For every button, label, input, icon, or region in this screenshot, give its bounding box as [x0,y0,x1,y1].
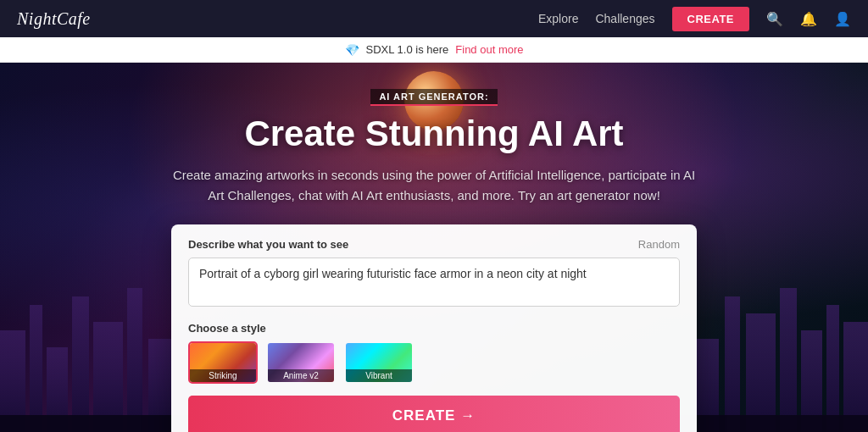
hero-description: Create amazing artworks in seconds using… [171,165,697,206]
site-logo[interactable]: NightCafe [17,9,91,29]
style-vibrant-label: Vibrant [346,369,412,382]
hero-badge: AI ART GENERATOR: [370,89,497,106]
hero-content: AI ART GENERATOR: Create Stunning AI Art… [171,88,697,432]
avatar[interactable]: 👤 [834,11,851,27]
create-button[interactable]: CREATE → [188,396,680,432]
style-anime[interactable]: Anime v2 [266,341,336,384]
announcement-text: SDXL 1.0 is here [366,43,449,56]
random-link[interactable]: Random [638,238,680,251]
style-section: Choose a style Striking Anime v2 Vibrant [188,322,680,384]
nav-create-button[interactable]: CREATE [672,7,749,31]
style-label: Choose a style [188,322,680,335]
notifications-icon[interactable]: 🔔 [800,11,817,27]
search-icon[interactable]: 🔍 [766,11,783,27]
prompt-label: Describe what you want to see [188,238,348,251]
style-striking-label: Striking [190,369,256,382]
style-anime-label: Anime v2 [268,369,334,382]
announcement-bar: 💎 SDXL 1.0 is here Find out more [0,37,868,63]
prompt-input[interactable]: Portrait of a cyborg girl wearing futuri… [188,258,680,307]
prompt-label-row: Describe what you want to see Random [188,238,680,251]
nav-challenges[interactable]: Challenges [595,12,654,25]
navbar-right: Explore Challenges CREATE 🔍 🔔 👤 [538,7,851,31]
form-card: Describe what you want to see Random Por… [171,224,697,432]
announcement-link[interactable]: Find out more [455,43,523,56]
style-striking[interactable]: Striking [188,341,258,384]
navbar: NightCafe Explore Challenges CREATE 🔍 🔔 … [0,0,868,37]
hero-section: AI ART GENERATOR: Create Stunning AI Art… [0,63,868,432]
style-vibrant[interactable]: Vibrant [344,341,414,384]
gem-icon: 💎 [345,43,359,57]
nav-explore[interactable]: Explore [538,12,578,25]
hero-title: Create Stunning AI Art [171,114,697,153]
style-options: Striking Anime v2 Vibrant [188,341,680,384]
